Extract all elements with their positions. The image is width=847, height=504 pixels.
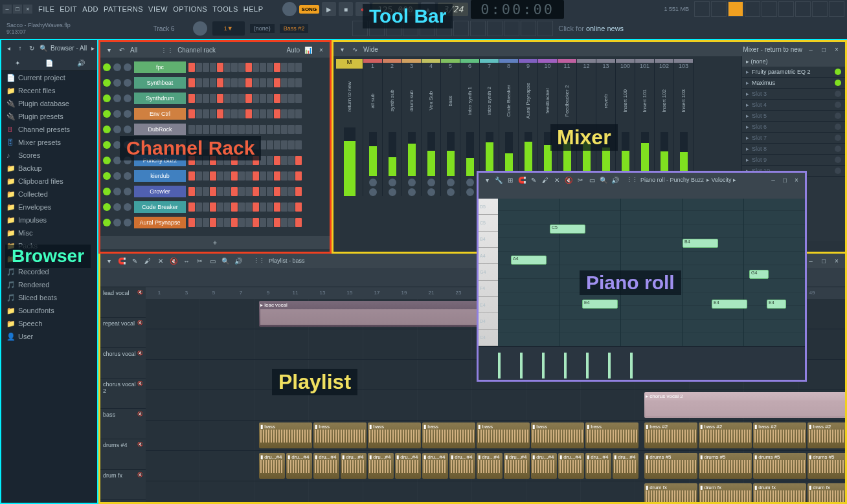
step-button[interactable] bbox=[196, 78, 202, 87]
velocity-bar[interactable] bbox=[520, 353, 523, 378]
automation-icon[interactable] bbox=[521, 21, 536, 36]
step-button[interactable] bbox=[274, 125, 280, 134]
step-button[interactable] bbox=[188, 171, 195, 181]
step-button[interactable] bbox=[245, 218, 252, 227]
playlist-track-header[interactable]: chorus vocal 🔇 bbox=[100, 348, 146, 378]
step-button[interactable] bbox=[210, 187, 216, 196]
fx-slot-8[interactable]: ▸Slot 8 bbox=[742, 144, 845, 155]
piano-key[interactable]: C5 bbox=[479, 215, 498, 231]
step-button[interactable] bbox=[238, 203, 245, 212]
scissors-icon[interactable] bbox=[504, 21, 519, 36]
midi-note[interactable]: C5 bbox=[550, 225, 585, 234]
step-button[interactable] bbox=[267, 109, 273, 118]
step-button[interactable] bbox=[224, 78, 231, 87]
step-button[interactable] bbox=[260, 187, 266, 196]
pattern-clip[interactable]: ▮ dru...#4 bbox=[259, 453, 285, 479]
velocity-lane[interactable] bbox=[479, 346, 805, 378]
step-button[interactable] bbox=[267, 78, 273, 87]
step-button[interactable] bbox=[217, 109, 223, 118]
pl-delete-icon[interactable]: ✕ bbox=[156, 256, 165, 265]
pattern-clip[interactable]: ▮ dru...#4 bbox=[477, 453, 503, 479]
step-button[interactable] bbox=[196, 94, 202, 103]
main-volume-knob[interactable] bbox=[282, 2, 297, 16]
step-button[interactable] bbox=[288, 140, 295, 149]
pl-slip-icon[interactable]: ↔ bbox=[182, 256, 191, 265]
step-button[interactable] bbox=[196, 187, 202, 196]
mx-snap[interactable]: Wide bbox=[363, 46, 378, 53]
pr-mute-icon[interactable]: 🔇 bbox=[564, 175, 573, 184]
step-button[interactable] bbox=[196, 63, 202, 72]
menu-edit[interactable]: EDIT bbox=[58, 4, 79, 14]
settings-button[interactable] bbox=[829, 1, 844, 17]
browser-item-rendered[interactable]: 🎵Rendered bbox=[1, 278, 97, 291]
pr-zoom-icon[interactable]: 🔍 bbox=[599, 175, 608, 184]
channel-mute[interactable] bbox=[103, 172, 111, 180]
fx-slot-9[interactable]: ▸Slot 9 bbox=[742, 155, 845, 166]
piano-key[interactable]: D5 bbox=[479, 199, 498, 215]
step-button[interactable] bbox=[217, 94, 223, 103]
velocity-bar[interactable] bbox=[542, 353, 545, 378]
step-button[interactable] bbox=[295, 94, 302, 103]
search-icon[interactable]: 🔍 bbox=[39, 43, 48, 52]
menu-tools[interactable]: TOOLS bbox=[210, 4, 240, 14]
track-pan-knob[interactable] bbox=[466, 179, 474, 186]
channel-pan-knob[interactable] bbox=[113, 203, 121, 211]
step-button[interactable] bbox=[203, 203, 209, 212]
stop-button[interactable]: ■ bbox=[339, 2, 353, 16]
midi-note[interactable]: G4 bbox=[749, 270, 769, 279]
pattern-clip[interactable]: ▮ dru...#4 bbox=[395, 453, 421, 479]
step-button[interactable] bbox=[253, 63, 259, 72]
pr-select-icon[interactable]: ▭ bbox=[587, 175, 596, 184]
pattern-clip[interactable]: ▮ drum fx bbox=[807, 483, 847, 504]
step-button[interactable] bbox=[253, 94, 259, 103]
step-button[interactable] bbox=[267, 140, 273, 149]
step-button[interactable] bbox=[288, 109, 295, 118]
step-button[interactable] bbox=[260, 171, 266, 181]
mixer-track-4[interactable]: 4Vox Sub bbox=[422, 59, 441, 196]
step-button[interactable] bbox=[288, 125, 295, 134]
step-button[interactable] bbox=[203, 187, 209, 196]
step-button[interactable] bbox=[245, 78, 252, 87]
step-button[interactable] bbox=[260, 78, 266, 87]
step-button[interactable] bbox=[238, 171, 245, 181]
channel-vol-knob[interactable] bbox=[124, 188, 131, 195]
step-button[interactable] bbox=[217, 203, 223, 212]
piano-key[interactable]: A4 bbox=[479, 248, 498, 264]
step-button[interactable] bbox=[288, 156, 295, 165]
step-button[interactable] bbox=[253, 78, 259, 87]
step-button[interactable] bbox=[231, 125, 238, 134]
step-button[interactable] bbox=[210, 125, 216, 134]
pr-draw-icon[interactable]: ✎ bbox=[529, 175, 538, 184]
pr-close-icon[interactable]: × bbox=[792, 175, 801, 184]
step-button[interactable] bbox=[267, 203, 273, 212]
file-icon[interactable]: 📄 bbox=[45, 59, 54, 68]
step-button[interactable] bbox=[217, 171, 223, 181]
step-button[interactable] bbox=[231, 203, 238, 212]
pattern-clip[interactable]: ▮ bass bbox=[422, 422, 475, 448]
new-icon[interactable]: ✦ bbox=[13, 59, 22, 68]
step-button[interactable] bbox=[253, 203, 259, 212]
step-button[interactable] bbox=[295, 156, 302, 165]
pl-lane-drumfx[interactable]: ▮ drum fx▮ drum fx▮ drum fx▮ drum fx bbox=[146, 481, 845, 504]
undo-button[interactable] bbox=[778, 1, 794, 17]
step-button[interactable] bbox=[238, 78, 245, 87]
channel-mute[interactable] bbox=[103, 63, 111, 71]
pattern-clip[interactable]: ▮ dru...#4 bbox=[613, 453, 638, 479]
link-icon[interactable] bbox=[487, 21, 503, 36]
pattern-clip[interactable]: ▮ dru...#4 bbox=[558, 453, 584, 479]
track-vol-knob[interactable] bbox=[466, 188, 474, 196]
piano-key[interactable]: E4 bbox=[479, 297, 498, 313]
browser-item-misc[interactable]: 📁Misc bbox=[1, 226, 97, 239]
channel-name-button[interactable]: Growler bbox=[134, 186, 186, 197]
pattern-clip[interactable]: ▮ drums #5 bbox=[807, 453, 847, 479]
step-button[interactable] bbox=[267, 63, 273, 72]
step-button[interactable] bbox=[224, 203, 231, 212]
pattern-clip[interactable]: ▮ bass bbox=[585, 422, 638, 448]
velocity-bar[interactable] bbox=[564, 353, 567, 378]
browser-item-collected[interactable]: 📁Collected bbox=[1, 188, 97, 201]
news-panel[interactable]: Click for online news bbox=[558, 25, 624, 32]
track-vol-knob[interactable] bbox=[447, 188, 455, 196]
step-button[interactable] bbox=[281, 78, 288, 87]
piano-key[interactable]: C4 bbox=[479, 330, 498, 346]
pr-menu-icon[interactable]: ▾ bbox=[482, 175, 491, 184]
